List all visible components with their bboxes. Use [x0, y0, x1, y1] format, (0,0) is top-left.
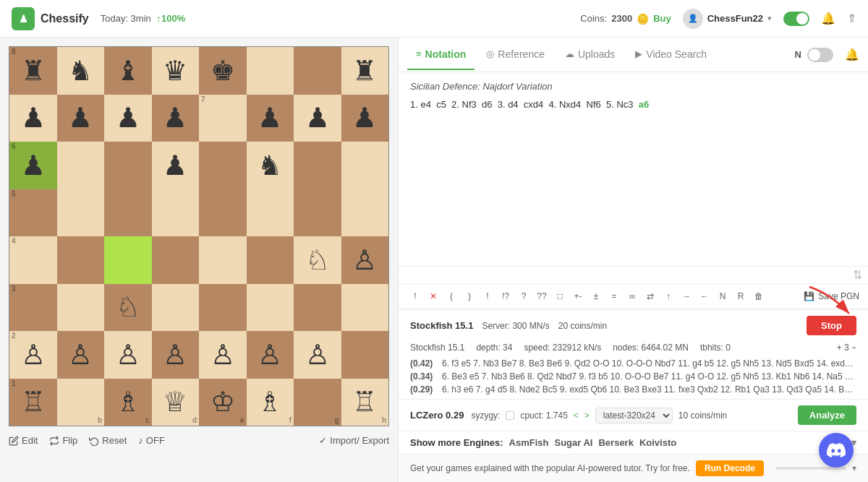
pgn-cross[interactable]: ✕: [425, 288, 441, 304]
cell-g3[interactable]: [294, 284, 341, 332]
discord-button[interactable]: [819, 433, 854, 468]
bell-icon[interactable]: 🔔: [821, 12, 835, 25]
tab-reference[interactable]: ◎ Reference: [477, 40, 553, 70]
cell-a2[interactable]: ♙2: [9, 331, 57, 379]
cell-b5[interactable]: [57, 189, 105, 237]
pgn-darr[interactable]: →: [678, 288, 694, 304]
cpuct-right[interactable]: >: [584, 410, 590, 421]
cell-e3[interactable]: [199, 284, 247, 332]
cell-g2[interactable]: ♙: [294, 331, 341, 379]
cell-f8[interactable]: [247, 47, 294, 95]
cell-d2[interactable]: ♙: [152, 331, 200, 379]
cell-e2[interactable]: ♙: [199, 331, 247, 379]
pgn-bang[interactable]: !: [480, 288, 495, 304]
cell-c1[interactable]: ♗c: [104, 379, 152, 426]
resize-handle-icon[interactable]: ⇅: [853, 268, 862, 282]
engine-berserk[interactable]: Berserk: [598, 437, 633, 448]
cell-e6[interactable]: [199, 142, 247, 189]
tab-notation[interactable]: ≡ Notation: [407, 40, 475, 70]
cell-f6[interactable]: ♞: [247, 142, 294, 189]
cell-h4[interactable]: ♙: [341, 236, 389, 284]
cell-a6[interactable]: ♟6: [9, 142, 57, 189]
buy-button[interactable]: Buy: [653, 13, 671, 24]
cell-h3[interactable]: [341, 284, 389, 332]
cell-f4[interactable]: [247, 236, 294, 284]
engine-sugarai[interactable]: Sugar AI: [554, 437, 592, 448]
cell-h6[interactable]: [341, 142, 389, 189]
user-area[interactable]: 👤 ChessFun22 ▾: [683, 9, 772, 29]
cell-g4[interactable]: ♘: [294, 236, 341, 284]
cell-f3[interactable]: [247, 284, 294, 332]
import-export-button[interactable]: ✓ Import/ Export: [319, 435, 389, 446]
off-button[interactable]: ♪ OFF: [138, 435, 165, 446]
cell-g7[interactable]: ♟: [294, 95, 341, 142]
cell-a8[interactable]: 8♜: [9, 47, 57, 95]
plus-minus-control[interactable]: + 3 −: [837, 343, 856, 353]
cell-h7[interactable]: ♟: [341, 95, 389, 142]
cell-d6[interactable]: ♟: [152, 142, 200, 189]
pgn-r[interactable]: R: [733, 288, 749, 304]
pgn-equal[interactable]: =: [606, 288, 622, 304]
cell-c3[interactable]: ♘: [104, 284, 152, 332]
cell-h5[interactable]: [341, 189, 389, 237]
cell-e1[interactable]: ♔e: [199, 379, 247, 426]
cell-e5[interactable]: [199, 189, 247, 237]
cell-d5[interactable]: [152, 189, 200, 237]
bell-icon-right[interactable]: 🔔: [845, 48, 859, 61]
cell-g6[interactable]: [294, 142, 341, 189]
toggle-switch[interactable]: [783, 12, 809, 26]
model-select[interactable]: latest-320x24: [595, 408, 673, 423]
cell-e4[interactable]: [199, 236, 247, 284]
cell-a4[interactable]: 4: [9, 236, 57, 284]
cell-e8[interactable]: ♚: [199, 47, 247, 95]
edit-button[interactable]: Edit: [9, 435, 38, 446]
cell-a5[interactable]: 5: [9, 189, 57, 237]
cell-e7[interactable]: 7: [199, 95, 247, 142]
flip-button[interactable]: Flip: [49, 435, 77, 446]
cell-b6[interactable]: [57, 142, 105, 189]
cell-b7[interactable]: ♟: [57, 95, 105, 142]
cell-g8[interactable]: [294, 47, 341, 95]
cell-f2[interactable]: ♙: [247, 331, 294, 379]
pgn-plus-eq[interactable]: ±: [588, 288, 604, 304]
cell-f1[interactable]: ♗f: [247, 379, 294, 426]
n-toggle[interactable]: [807, 48, 833, 62]
cell-b4[interactable]: [57, 236, 105, 284]
pgn-larr[interactable]: ←: [697, 288, 712, 304]
show-more-engines[interactable]: Show more Engines: AsmFish Sugar AI Bers…: [399, 431, 868, 454]
reset-button[interactable]: Reset: [89, 435, 127, 446]
pgn-paren-open[interactable]: (: [443, 288, 459, 304]
cell-b3[interactable]: [57, 284, 105, 332]
tab-uploads[interactable]: ☁ Uploads: [556, 40, 624, 70]
run-decode-button[interactable]: Run Decode: [696, 460, 764, 476]
pgn-n[interactable]: N: [715, 288, 731, 304]
pgn-interro-bang[interactable]: !?: [498, 288, 514, 304]
tab-video-search[interactable]: ▶ Video Search: [626, 40, 715, 70]
pgn-square[interactable]: □: [552, 288, 568, 304]
collapse-icon[interactable]: ⇑: [847, 12, 856, 25]
cell-b2[interactable]: ♙: [57, 331, 105, 379]
cell-d1[interactable]: ♕d: [152, 379, 200, 426]
cell-c5[interactable]: [104, 189, 152, 237]
cell-c6[interactable]: [104, 142, 152, 189]
pgn-double-question[interactable]: ??: [534, 288, 550, 304]
cell-d3[interactable]: [152, 284, 200, 332]
pgn-paren-close[interactable]: ): [461, 288, 477, 304]
pgn-inf[interactable]: ∞: [624, 288, 640, 304]
cell-a1[interactable]: ♖1: [9, 379, 57, 426]
pgn-plus-minus[interactable]: +-: [570, 288, 586, 304]
cell-g5[interactable]: [294, 189, 341, 237]
cell-c4[interactable]: [104, 236, 152, 284]
cell-d8[interactable]: ♛: [152, 47, 200, 95]
cell-c8[interactable]: ♝: [104, 47, 152, 95]
cpuct-left[interactable]: <: [574, 410, 579, 421]
pgn-arrows[interactable]: ⇄: [642, 288, 658, 304]
cell-c7[interactable]: ♟: [104, 95, 152, 142]
pgn-up[interactable]: ↑: [660, 288, 676, 304]
pgn-question[interactable]: ?: [516, 288, 532, 304]
cell-g1[interactable]: g: [294, 379, 341, 426]
cell-f5[interactable]: [247, 189, 294, 237]
cell-f7[interactable]: ♟: [247, 95, 294, 142]
engine-koivisto[interactable]: Koivisto: [639, 437, 676, 448]
cell-h2[interactable]: [341, 331, 389, 379]
